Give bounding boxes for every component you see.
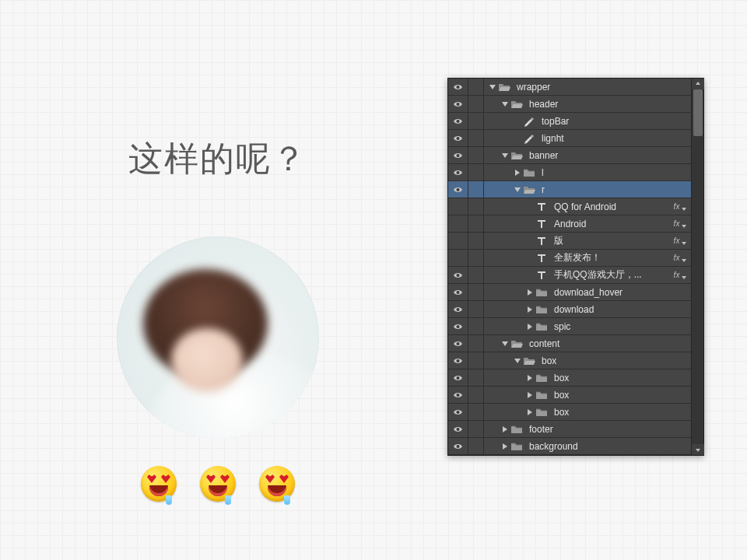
lock-column[interactable] [468, 421, 484, 437]
lock-column[interactable] [468, 181, 484, 198]
layer-row[interactable]: 版fx [448, 233, 703, 250]
layer-tree-cell[interactable]: 版 [484, 233, 669, 249]
layer-tree-cell[interactable]: topBar [484, 113, 669, 129]
layer-tree-cell[interactable]: l [484, 164, 669, 180]
layer-row[interactable]: Androidfx [448, 215, 703, 233]
visibility-toggle[interactable] [448, 250, 468, 266]
chevron-down-icon[interactable] [681, 238, 686, 243]
layer-tree-cell[interactable]: spic [484, 318, 669, 334]
visibility-toggle[interactable] [448, 369, 468, 386]
visibility-toggle[interactable] [448, 318, 468, 334]
disclosure-right-icon[interactable] [501, 425, 509, 433]
chevron-down-icon[interactable] [681, 221, 686, 226]
visibility-toggle[interactable] [448, 181, 468, 198]
layer-tree-cell[interactable]: banner [484, 147, 669, 163]
visibility-toggle[interactable] [448, 164, 468, 180]
layer-row[interactable]: wrapper [448, 79, 703, 96]
visibility-toggle[interactable] [448, 438, 468, 454]
visibility-toggle[interactable] [448, 301, 468, 317]
lock-column[interactable] [468, 352, 484, 369]
disclosure-right-icon[interactable] [526, 374, 534, 382]
layer-tree-cell[interactable]: wrapper [484, 79, 669, 95]
lock-column[interactable] [468, 404, 484, 420]
visibility-toggle[interactable] [448, 335, 468, 352]
visibility-toggle[interactable] [448, 404, 468, 420]
layer-tree-cell[interactable]: lignht [484, 130, 669, 146]
lock-column[interactable] [468, 335, 484, 352]
lock-column[interactable] [468, 198, 484, 215]
layer-row[interactable]: lignht [448, 130, 703, 147]
visibility-toggle[interactable] [448, 147, 468, 163]
layer-tree-cell[interactable]: download [484, 301, 669, 317]
visibility-toggle[interactable] [448, 79, 468, 95]
layer-row[interactable]: l [448, 164, 703, 181]
panel-scrollbar[interactable] [691, 79, 703, 455]
lock-column[interactable] [468, 79, 484, 95]
lock-column[interactable] [468, 267, 484, 283]
layer-row[interactable]: 手机QQ游戏大厅，...fx [448, 267, 703, 284]
layer-row[interactable]: content [448, 335, 703, 352]
layer-row[interactable]: r [448, 181, 703, 198]
disclosure-right-icon[interactable] [526, 408, 534, 416]
lock-column[interactable] [468, 284, 484, 300]
disclosure-right-icon[interactable] [526, 391, 534, 399]
lock-column[interactable] [468, 215, 484, 232]
chevron-down-icon[interactable] [681, 204, 686, 209]
visibility-toggle[interactable] [448, 198, 468, 215]
visibility-toggle[interactable] [448, 233, 468, 249]
lock-column[interactable] [468, 147, 484, 163]
disclosure-down-icon[interactable] [489, 83, 496, 91]
layer-tree-cell[interactable]: footer [484, 421, 669, 437]
layer-row[interactable]: box [448, 369, 703, 387]
layer-tree-cell[interactable]: box [484, 369, 669, 386]
visibility-toggle[interactable] [448, 284, 468, 300]
layer-tree-cell[interactable]: r [484, 181, 669, 198]
layer-row[interactable]: box [448, 352, 703, 369]
layer-row[interactable]: background [448, 438, 703, 455]
disclosure-right-icon[interactable] [526, 306, 534, 313]
visibility-toggle[interactable] [448, 215, 468, 232]
layer-tree-cell[interactable]: 手机QQ游戏大厅，... [484, 267, 669, 283]
layer-row[interactable]: topBar [448, 113, 703, 130]
layer-tree-cell[interactable]: box [484, 387, 669, 403]
layer-row[interactable]: footer [448, 421, 703, 438]
layer-tree-cell[interactable]: download_hover [484, 284, 669, 300]
scroll-up-button[interactable] [692, 79, 704, 89]
scroll-down-button[interactable] [692, 444, 704, 455]
layer-row[interactable]: box [448, 387, 703, 404]
lock-column[interactable] [468, 318, 484, 334]
row-trailing[interactable]: fx [669, 219, 691, 228]
layer-row[interactable]: banner [448, 147, 703, 164]
disclosure-right-icon[interactable] [514, 169, 521, 177]
layer-tree-cell[interactable]: background [484, 438, 669, 454]
disclosure-down-icon[interactable] [501, 152, 509, 159]
layer-tree-cell[interactable]: box [484, 352, 669, 369]
layer-row[interactable]: 全新发布！fx [448, 250, 703, 267]
visibility-toggle[interactable] [448, 387, 468, 403]
lock-column[interactable] [468, 96, 484, 112]
lock-column[interactable] [468, 130, 484, 146]
layer-row[interactable]: download [448, 301, 703, 318]
row-trailing[interactable]: fx [669, 202, 691, 211]
row-trailing[interactable]: fx [669, 271, 691, 279]
lock-column[interactable] [468, 369, 484, 386]
lock-column[interactable] [468, 250, 484, 266]
layer-tree-cell[interactable]: content [484, 335, 669, 352]
disclosure-down-icon[interactable] [514, 186, 521, 194]
layer-tree-cell[interactable]: 全新发布！ [484, 250, 669, 266]
disclosure-down-icon[interactable] [501, 100, 509, 108]
layer-row[interactable]: download_hover [448, 284, 703, 301]
visibility-toggle[interactable] [448, 130, 468, 146]
layer-row[interactable]: QQ for Androidfx [448, 198, 703, 215]
layer-tree-cell[interactable]: Android [484, 215, 669, 232]
layer-tree-cell[interactable]: header [484, 96, 669, 112]
visibility-toggle[interactable] [448, 96, 468, 112]
lock-column[interactable] [468, 438, 484, 454]
row-trailing[interactable]: fx [669, 254, 691, 262]
lock-column[interactable] [468, 387, 484, 403]
row-trailing[interactable]: fx [669, 236, 691, 245]
visibility-toggle[interactable] [448, 421, 468, 437]
visibility-toggle[interactable] [448, 267, 468, 283]
layer-row[interactable]: spic [448, 318, 703, 335]
disclosure-down-icon[interactable] [501, 340, 509, 348]
